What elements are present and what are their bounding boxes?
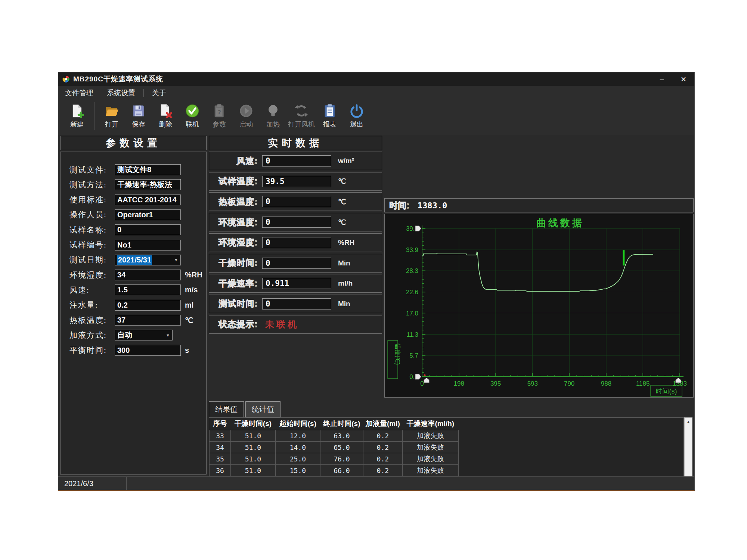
- realtime-value: 0: [262, 237, 331, 248]
- toolbar-button-label: 退出: [350, 120, 363, 129]
- toolbar-button-9[interactable]: 报表: [316, 100, 343, 129]
- toolbar-button-2[interactable]: 保存: [125, 100, 152, 129]
- param-input-10[interactable]: [115, 315, 181, 326]
- param-input-1[interactable]: [115, 179, 181, 190]
- realtime-group-6: 干燥速率:0.911ml/h: [209, 274, 382, 293]
- table-cell: 0.2: [363, 465, 402, 476]
- toolbar-button-label: 联机: [186, 120, 199, 129]
- table-cell: 51.0: [230, 465, 275, 476]
- realtime-value: 39.5: [262, 176, 331, 187]
- realtime-unit: ml/h: [338, 279, 353, 287]
- realtime-value: 0.911: [262, 278, 331, 289]
- param-label: 环境湿度:: [69, 270, 107, 280]
- toolbar-button-0[interactable]: 新建: [63, 100, 90, 129]
- results-header-row: 序号干燥时间(s)起始时间(s)终止时间(s)加液量(ml)干燥速率(ml/h): [210, 418, 684, 430]
- toolbar-button-4[interactable]: 联机: [179, 100, 206, 129]
- table-cell: 34: [210, 442, 231, 453]
- param-combo-value: 自动: [117, 330, 132, 340]
- param-label: 测试日期:: [69, 255, 107, 265]
- x-tick-label: 790: [564, 380, 574, 387]
- realtime-value: 0: [262, 155, 331, 167]
- menu-bar: 文件管理系统设置关于: [58, 86, 694, 100]
- status-hint-label: 状态提示:: [218, 318, 258, 330]
- param-row-0: 测试文件:: [61, 164, 206, 175]
- param-input-7[interactable]: [115, 270, 181, 280]
- menu-separator: [143, 89, 144, 97]
- menu-item-0[interactable]: 文件管理: [58, 86, 100, 100]
- y-tick-label: 5.7: [409, 352, 418, 359]
- realtime-label: 环境湿度:: [218, 237, 258, 248]
- realtime-label: 干燥时间:: [218, 257, 258, 269]
- param-row-4: 试样名称:: [61, 224, 206, 236]
- table-row[interactable]: 3651.015.066.00.2加液失败: [210, 465, 684, 476]
- realtime-header-title: 实时数据: [268, 136, 323, 150]
- table-cell: 51.0: [230, 430, 275, 442]
- param-input-2[interactable]: [115, 195, 181, 205]
- param-input-3[interactable]: [115, 209, 181, 220]
- tab-statistics[interactable]: 统计值: [245, 401, 280, 417]
- param-combo-11[interactable]: 自动▼: [115, 330, 173, 340]
- content-area: 参数设置 测试文件:测试方法:使用标准:操作人员:试样名称:试样编号:测试日期:…: [58, 135, 694, 476]
- realtime-label: 干燥速率:: [218, 278, 258, 289]
- close-button[interactable]: ✕: [673, 72, 694, 86]
- row-filler: [458, 453, 683, 465]
- row-filler: [458, 442, 683, 453]
- param-unit: %RH: [185, 271, 202, 279]
- param-date-picker[interactable]: 2021/5/31▼: [115, 255, 181, 265]
- toolbar-button-label: 报表: [323, 120, 337, 129]
- param-label: 风速:: [69, 285, 90, 295]
- toolbar-button-3[interactable]: 删除: [152, 100, 179, 129]
- status-hint-value: 未联机: [265, 318, 299, 330]
- params-panel: 测试文件:测试方法:使用标准:操作人员:试样名称:试样编号:测试日期:2021/…: [60, 152, 207, 475]
- table-row[interactable]: 3451.014.065.00.2加液失败: [210, 442, 684, 453]
- param-input-5[interactable]: [115, 240, 181, 251]
- realtime-group-4: 环境湿度:0%RH: [209, 233, 382, 252]
- param-input-12[interactable]: [115, 345, 181, 356]
- table-cell: 14.0: [275, 442, 320, 453]
- realtime-unit: ℃: [338, 197, 346, 206]
- chart-time-header: 时间: 1383.0: [384, 198, 694, 212]
- toolbar-button-1[interactable]: 打开: [98, 100, 125, 129]
- param-label: 热板温度:: [69, 315, 107, 326]
- realtime-unit: Min: [338, 300, 350, 308]
- x-tick-label: 395: [490, 380, 501, 387]
- toolbar-button-10[interactable]: 退出: [343, 100, 370, 129]
- tab-results[interactable]: 结果值: [209, 401, 244, 417]
- realtime-value: 0: [262, 258, 331, 269]
- origin-marker: [424, 374, 425, 376]
- y-axis-label: 温度(℃): [394, 343, 401, 365]
- delete-document-icon: [158, 103, 173, 119]
- new-document-icon: [69, 103, 85, 119]
- param-input-9[interactable]: [115, 300, 181, 311]
- param-label: 测试文件:: [69, 165, 107, 175]
- realtime-value: 0: [262, 298, 331, 309]
- table-cell: 加液失败: [402, 430, 458, 442]
- app-logo-icon: [62, 75, 70, 83]
- param-row-8: 风速:m/s: [61, 284, 206, 296]
- table-row[interactable]: 3551.025.076.00.2加液失败: [210, 453, 684, 465]
- menu-item-2[interactable]: 关于: [145, 86, 173, 100]
- heat-bulb-icon: [265, 103, 281, 119]
- scroll-up-icon[interactable]: ▲: [685, 418, 692, 425]
- realtime-group-8: 状态提示:未联机: [209, 315, 382, 334]
- menu-item-1[interactable]: 系统设置: [100, 86, 142, 100]
- param-row-7: 环境湿度:%RH: [61, 269, 206, 281]
- param-unit: m/s: [185, 286, 198, 294]
- chevron-down-icon: ▼: [166, 333, 170, 337]
- params-header-title: 参数设置: [106, 136, 161, 150]
- table-row[interactable]: 3351.012.063.00.2加液失败: [210, 430, 684, 442]
- realtime-unit: ℃: [338, 177, 346, 186]
- param-input-8[interactable]: [115, 284, 181, 295]
- realtime-label: 试样温度:: [218, 175, 258, 187]
- results-column-header: 干燥时间(s): [230, 418, 275, 430]
- param-input-0[interactable]: [115, 164, 181, 175]
- param-label: 注水量:: [69, 300, 98, 310]
- toolbar-button-label: 保存: [132, 120, 145, 129]
- minimize-button[interactable]: –: [651, 72, 673, 86]
- table-cell: 66.0: [320, 465, 363, 476]
- param-unit: ml: [185, 301, 193, 309]
- param-row-1: 测试方法:: [61, 179, 206, 190]
- param-input-4[interactable]: [115, 224, 181, 235]
- x-tick-label: 198: [454, 380, 464, 387]
- param-row-9: 注水量:ml: [61, 299, 206, 311]
